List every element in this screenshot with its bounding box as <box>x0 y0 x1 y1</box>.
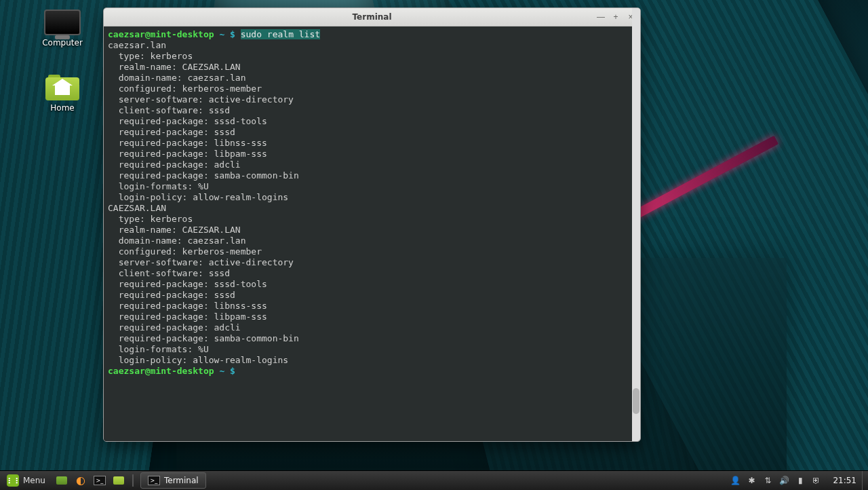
window-minimize-button[interactable]: — <box>594 10 608 24</box>
show-desktop-edge[interactable] <box>862 471 868 490</box>
computer-icon <box>44 10 81 35</box>
volume-icon[interactable]: 🔊 <box>778 475 789 486</box>
taskbar-task-terminal[interactable]: >_ Terminal <box>140 472 206 489</box>
terminal-icon: >_ <box>148 476 160 485</box>
terminal-scrollbar[interactable] <box>632 8 640 441</box>
firefox-icon: ◐ <box>76 475 85 486</box>
task-label: Terminal <box>164 476 199 485</box>
desktop-icon-label: Home <box>33 103 92 113</box>
shield-icon[interactable]: ⛨ <box>811 475 822 486</box>
taskbar: ⋮⋮ Menu ◐ >_ >_ Terminal 👤 ✱ ⇅ 🔊 ▮ ⛨ 21:… <box>0 470 868 490</box>
bluetooth-icon[interactable]: ✱ <box>746 475 757 486</box>
terminal-window: Terminal — + × caezsar@mint-desktop ~ $ … <box>103 7 641 442</box>
files-launcher[interactable] <box>111 472 127 489</box>
terminal-output-area[interactable]: caezsar@mint-desktop ~ $ sudo realm list… <box>104 26 640 441</box>
panel-clock[interactable]: 21:51 <box>827 476 862 485</box>
system-tray: 👤 ✱ ⇅ 🔊 ▮ ⛨ <box>724 475 827 486</box>
menu-label: Menu <box>23 476 45 485</box>
desktop-icon <box>56 476 67 485</box>
home-folder-icon <box>45 75 79 100</box>
files-icon <box>113 476 124 485</box>
window-title: Terminal <box>352 12 391 22</box>
terminal-launcher[interactable]: >_ <box>92 472 108 489</box>
desktop-icon-computer[interactable]: Computer <box>33 10 92 48</box>
terminal-icon: >_ <box>94 476 106 485</box>
desktop-icon-label: Computer <box>33 38 92 48</box>
firefox-launcher[interactable]: ◐ <box>73 472 89 489</box>
network-icon[interactable]: ⇅ <box>762 475 773 486</box>
desktop-icon-home[interactable]: Home <box>33 75 92 113</box>
show-desktop-button[interactable] <box>54 472 70 489</box>
menu-button[interactable]: ⋮⋮ Menu <box>0 471 52 490</box>
window-titlebar[interactable]: Terminal — + × <box>104 8 640 26</box>
panel-separator <box>132 474 134 487</box>
mint-logo-icon: ⋮⋮ <box>7 474 19 487</box>
battery-icon[interactable]: ▮ <box>795 475 806 486</box>
window-maximize-button[interactable]: + <box>609 10 623 24</box>
user-icon[interactable]: 👤 <box>730 475 741 486</box>
scrollbar-thumb[interactable] <box>633 388 639 414</box>
